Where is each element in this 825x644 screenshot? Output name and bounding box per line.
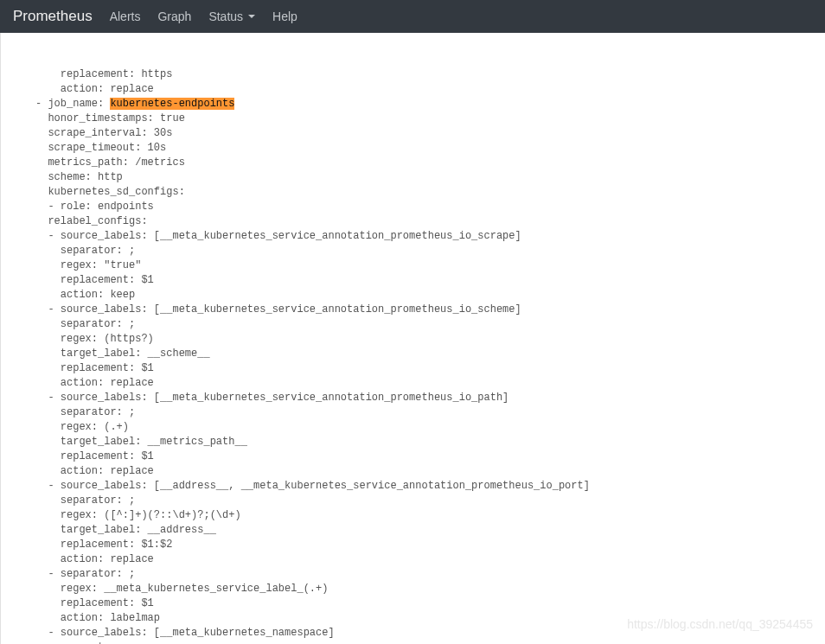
nav-graph-label: Graph — [157, 10, 191, 23]
config-line: regex: (.+) — [23, 420, 825, 435]
nav-status[interactable]: Status — [208, 10, 255, 23]
config-line: kubernetes_sd_configs: — [23, 185, 825, 200]
config-line: action: keep — [23, 288, 825, 303]
chevron-down-icon — [248, 15, 255, 18]
brand-logo[interactable]: Prometheus — [13, 8, 93, 25]
config-line: action: replace — [23, 376, 825, 391]
config-line: replacement: $1 — [23, 450, 825, 464]
config-line: replacement: $1 — [23, 273, 825, 288]
config-line: replacement: $1:$2 — [23, 538, 825, 552]
nav-help-label: Help — [272, 10, 297, 23]
config-line: replacement: $1 — [23, 596, 825, 611]
config-line: target_label: __address__ — [23, 523, 825, 538]
config-line: relabel_configs: — [23, 214, 825, 229]
nav-status-label: Status — [208, 10, 243, 23]
config-line: - source_labels: [__meta_kubernetes_name… — [23, 626, 825, 641]
nav-alerts[interactable]: Alerts — [110, 10, 141, 23]
config-viewer: replacement: https action: replace- job_… — [0, 33, 825, 644]
config-line: separator: ; — [23, 244, 825, 258]
config-line: regex: "true" — [23, 258, 825, 273]
config-line: regex: ([^:]+)(?::\d+)?;(\d+) — [23, 508, 825, 523]
config-line: target_label: __metrics_path__ — [23, 435, 825, 450]
config-line: - separator: ; — [23, 567, 825, 582]
config-line: separator: ; — [23, 317, 825, 332]
nav-alerts-label: Alerts — [110, 10, 141, 23]
config-line: separator: ; — [23, 641, 825, 644]
config-line: - source_labels: [__address__, __meta_ku… — [23, 479, 825, 494]
config-line: - source_labels: [__meta_kubernetes_serv… — [23, 391, 825, 405]
config-line: action: replace — [23, 464, 825, 479]
config-line: regex: __meta_kubernetes_service_label_(… — [23, 582, 825, 596]
config-line: separator: ; — [23, 494, 825, 508]
config-line: metrics_path: /metrics — [23, 156, 825, 170]
config-line: action: replace — [23, 552, 825, 567]
nav-help[interactable]: Help — [272, 10, 297, 23]
config-line: action: replace — [23, 82, 825, 97]
config-line: - job_name: kubernetes-endpoints — [23, 97, 825, 112]
config-line: scrape_timeout: 10s — [23, 141, 825, 156]
config-line: target_label: __scheme__ — [23, 347, 825, 361]
config-line: replacement: https — [23, 67, 825, 82]
config-line: - role: endpoints — [23, 200, 825, 214]
config-line: regex: (https?) — [23, 332, 825, 347]
config-line: separator: ; — [23, 405, 825, 420]
config-line: replacement: $1 — [23, 361, 825, 376]
nav-graph[interactable]: Graph — [157, 10, 191, 23]
config-line: action: labelmap — [23, 611, 825, 626]
config-line: - source_labels: [__meta_kubernetes_serv… — [23, 229, 825, 244]
config-lines-container: replacement: https action: replace- job_… — [23, 67, 825, 644]
config-line: scheme: http — [23, 170, 825, 185]
navbar: Prometheus Alerts Graph Status Help — [0, 0, 825, 33]
config-line: - source_labels: [__meta_kubernetes_serv… — [23, 303, 825, 317]
config-line: honor_timestamps: true — [23, 112, 825, 126]
config-line: scrape_interval: 30s — [23, 126, 825, 141]
highlighted-text: kubernetes-endpoints — [110, 98, 234, 110]
